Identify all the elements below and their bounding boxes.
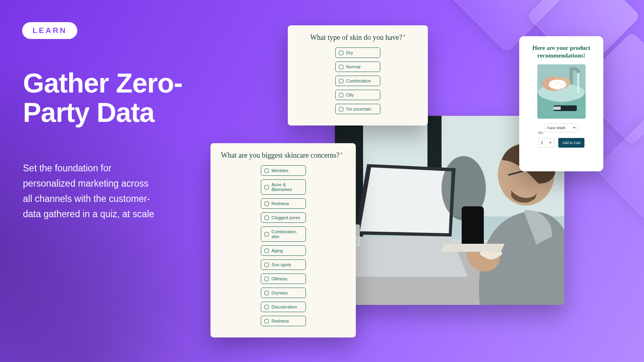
quiz2-title: What are you biggest skincare concerns?* [211,143,356,165]
checkbox-icon [264,202,269,206]
quiz-option-label: Normal [346,64,360,69]
quiz-option[interactable]: I'm uncertain [335,104,380,114]
quiz-option-label: Dry [346,50,353,55]
checkbox-icon [264,319,269,323]
checkbox-icon [339,79,343,83]
learn-badge: LEARN [22,22,77,39]
quiz-option-label: Clogged pores [272,215,301,220]
checkbox-icon [264,249,269,253]
checkbox-icon [264,263,269,267]
quiz-card-concerns: What are you biggest skincare concerns?*… [211,143,356,337]
checkbox-icon [264,291,269,295]
marketing-slide: LEARN Gather Zero-Party Data Set the fou… [0,0,644,362]
quiz-option-label: Oily [346,93,354,97]
quiz-option-label: Oiliness [272,276,287,281]
quiz-option-label: I'm uncertain [346,107,372,111]
quiz-option[interactable]: Sun spots [261,259,306,270]
checkbox-icon [264,277,269,281]
quiz1-options: DryNormalCombinationOilyI'm uncertain [288,47,428,125]
chevron-down-icon [549,142,551,144]
quiz-option-label: Combination [346,78,371,83]
checkbox-icon [339,51,343,55]
quiz-option[interactable]: Normal [335,62,380,72]
svg-point-25 [559,80,564,84]
checkbox-icon [264,169,269,173]
svg-rect-28 [553,107,561,110]
quiz-option[interactable]: Redness [261,198,306,209]
quiz2-options: WrinklesAcne & BlemishesRednessClogged p… [211,165,356,337]
checkbox-icon [264,185,269,189]
hero-subcopy: Set the foundation for personalized mark… [23,161,157,222]
quiz-option-label: Wrinkles [272,168,289,173]
quiz-option[interactable]: Discoloration [261,302,306,312]
checkbox-icon [264,305,269,309]
quiz2-title-text: What are you biggest skincare concerns? [221,151,339,159]
quiz-option-label: Aging [272,248,283,253]
reco-heading: Here are your product recommendations! [526,44,597,60]
quiz-option-label: Discoloration [272,304,297,309]
quiz-option[interactable]: Wrinkles [261,165,306,176]
svg-rect-20 [577,73,579,93]
required-asterisk: * [340,151,343,157]
checkbox-icon [264,216,269,220]
checkbox-icon [339,107,343,111]
quiz-option[interactable]: Dryness [261,288,306,298]
svg-rect-16 [440,244,504,252]
quiz-option-label: Redness [272,319,289,323]
svg-rect-14 [462,206,484,247]
quiz-option[interactable]: Dry [335,47,380,58]
quiz-option[interactable]: Redness [261,316,306,326]
variant-select[interactable]: Face Wash [545,123,578,132]
svg-point-24 [550,80,555,85]
quiz-option[interactable]: Acne & Blemishes [261,179,306,195]
recommendation-card: Here are your product recommendations! [519,36,603,171]
qty-value: 1 [541,140,543,145]
variant-label: Face Wash [547,126,566,130]
checkbox-icon [264,232,269,237]
qty-select[interactable]: 1 [538,138,554,148]
quiz-option-label: Combination skin [272,229,302,239]
chevron-down-icon [573,127,576,129]
add-to-cart-button[interactable]: Add to Cart [558,138,585,148]
quiz1-title: What type of skin do you have?* [288,25,428,47]
quiz-option[interactable]: Oily [335,90,380,100]
required-asterisk: * [403,33,405,39]
quiz-option[interactable]: Aging [261,245,306,256]
svg-marker-8 [360,167,452,233]
checkbox-icon [339,65,343,69]
quiz-card-skin-type: What type of skin do you have?* DryNorma… [288,25,428,125]
quiz-option[interactable]: Combination [335,76,380,86]
quiz-option-label: Acne & Blemishes [272,182,302,192]
quiz-option-label: Dryness [272,290,288,295]
quiz-option-label: Sun spots [272,262,291,267]
qty-label: Qty [538,131,543,134]
quiz-option[interactable]: Clogged pores [261,212,306,223]
quiz-option-label: Redness [272,201,289,206]
quiz-option[interactable]: Oiliness [261,274,306,284]
quiz-option[interactable]: Combination skin [261,226,306,242]
reco-product-image [537,64,586,119]
svg-point-26 [555,84,560,90]
hero-headline: Gather Zero-Party Data [23,68,192,128]
checkbox-icon [339,93,343,97]
quiz1-title-text: What type of skin do you have? [310,33,402,41]
